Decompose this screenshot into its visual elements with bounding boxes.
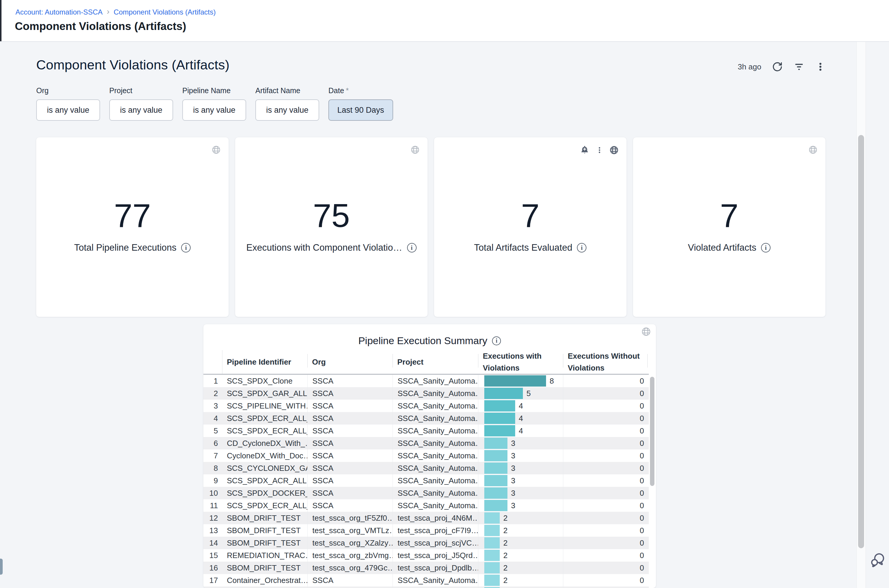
executions-with-violations-cell: 8	[478, 375, 563, 387]
filter-value-dropdown[interactable]: is any value	[36, 99, 100, 121]
project-cell: SSCA_Sanity_Automa…	[393, 387, 478, 400]
pipeline-identifier-cell: SBOM_DRIFT_TEST	[222, 537, 307, 549]
pipeline-identifier-cell: SCS_SPDX_DOCKER_…	[222, 487, 307, 499]
metric-card-2: 7Total Artifacts Evaluatedi	[434, 137, 627, 317]
row-index: 7	[203, 450, 222, 462]
column-header[interactable]: Org	[307, 356, 393, 368]
executions-with-violations-cell: 2	[478, 512, 563, 524]
filter-value-dropdown[interactable]: is any value	[182, 99, 246, 121]
refresh-icon[interactable]	[772, 62, 783, 72]
kebab-menu-icon[interactable]	[815, 61, 826, 72]
executions-with-violations-cell: 3	[478, 499, 563, 512]
column-header[interactable]: Executions Without Violations	[563, 350, 649, 374]
pipeline-identifier-cell: SCS_SPDX_ECR_ALL_…	[222, 412, 307, 424]
violations-bar-value: 8	[550, 375, 554, 387]
table-row[interactable]	[203, 586, 649, 588]
header-divider	[478, 354, 478, 368]
globe-icon[interactable]	[411, 145, 420, 154]
table-row[interactable]: 14SBOM_DRIFT_TESTtest_ssca_org_XZalzy…te…	[203, 537, 649, 549]
row-index: 13	[203, 524, 222, 537]
executions-without-violations-cell: 0	[563, 524, 649, 537]
org-cell: SSCA	[307, 487, 393, 499]
table-row[interactable]: 6CD_CycloneDX_With_…SSCASSCA_Sanity_Auto…	[203, 437, 649, 450]
org-cell: SSCA	[307, 462, 393, 474]
metric-cards: 77Total Pipeline Executionsi75Executions…	[36, 137, 826, 317]
table-row[interactable]: 15REMEDIATION_TRAC…test_ssca_org_zbVmg…t…	[203, 549, 649, 562]
violations-bar-value: 2	[503, 562, 507, 574]
violations-bar	[484, 412, 515, 424]
breadcrumb: Account: Automation-SSCA › Component Vio…	[15, 8, 216, 16]
org-cell	[307, 586, 393, 588]
table-row[interactable]: 4SCS_SPDX_ECR_ALL_…SSCASSCA_Sanity_Autom…	[203, 412, 649, 424]
metric-value: 77	[114, 199, 151, 232]
violations-bar-value: 4	[519, 400, 523, 412]
filter-value-dropdown[interactable]: is any value	[109, 99, 173, 121]
executions-without-violations-cell: 0	[563, 487, 649, 499]
column-header[interactable]: Project	[393, 356, 478, 368]
executions-with-violations-cell: 3	[478, 450, 563, 462]
info-icon[interactable]: i	[577, 243, 587, 252]
table-row[interactable]: 3SCS_PIPELINE_WITH…SSCASSCA_Sanity_Autom…	[203, 400, 649, 412]
project-cell: SSCA_Sanity_Automa…	[393, 450, 478, 462]
org-cell: test_ssca_org_XZalzy…	[307, 537, 393, 549]
table-row[interactable]: 11SCS_SPDX_ECR_ALL_…SSCASSCA_Sanity_Auto…	[203, 499, 649, 512]
row-index: 5	[203, 424, 222, 437]
column-header[interactable]: Executions with Violations	[478, 350, 563, 374]
kebab-menu-icon[interactable]	[596, 145, 603, 155]
org-cell: SSCA	[307, 450, 393, 462]
executions-with-violations-cell: 2	[478, 537, 563, 549]
column-header[interactable]: Pipeline Identifier	[222, 356, 307, 368]
metric-label-row: Violated Artifactsi	[688, 242, 770, 253]
alert-bell-add-icon[interactable]	[580, 145, 590, 155]
violations-bar	[484, 500, 507, 511]
table-row[interactable]: 10SCS_SPDX_DOCKER_…SSCASSCA_Sanity_Autom…	[203, 487, 649, 499]
executions-with-violations-cell: 3	[478, 462, 563, 474]
project-cell: test_ssca_proj_cF7I9…	[393, 524, 478, 537]
org-cell: SSCA	[307, 437, 393, 450]
header-divider	[563, 354, 563, 368]
org-cell: test_ssca_org_479Gc…	[307, 562, 393, 574]
info-icon[interactable]: i	[761, 243, 770, 252]
table-row[interactable]: 17Container_Orchestrat…SSCASSCA_Sanity_A…	[203, 574, 649, 586]
info-icon[interactable]: i	[492, 336, 501, 345]
metric-value: 75	[313, 199, 350, 232]
globe-icon[interactable]	[808, 145, 818, 154]
table-row[interactable]: 16SBOM_DRIFT_TESTtest_ssca_org_479Gc…tes…	[203, 562, 649, 574]
violations-bar-value: 4	[519, 412, 523, 424]
pipeline-identifier-cell: SCS_SPDX_ACR_ALL…	[222, 474, 307, 487]
table-row[interactable]: 13SBOM_DRIFT_TESTtest_ssca_org_VMTLz…tes…	[203, 524, 649, 537]
info-icon[interactable]: i	[407, 243, 417, 252]
breadcrumb-account-link[interactable]: Account: Automation-SSCA	[15, 8, 102, 16]
violations-bar	[484, 462, 507, 474]
page-scrollbar-thumb[interactable]	[858, 135, 864, 548]
globe-icon[interactable]	[211, 145, 221, 154]
chevron-right-icon: ›	[107, 8, 109, 15]
filter-label: Org	[36, 86, 100, 95]
table-row[interactable]: 5SCS_SPDX_ECR_ALL_…SSCASSCA_Sanity_Autom…	[203, 424, 649, 437]
table-row[interactable]: 7CycloneDX_With_Doc…SSCASSCA_Sanity_Auto…	[203, 450, 649, 462]
breadcrumb-current-link[interactable]: Component Violations (Artifacts)	[114, 8, 216, 16]
violations-bar-value: 2	[503, 549, 507, 562]
table-scrollbar-thumb[interactable]	[650, 377, 654, 486]
table-row[interactable]: 12SBOM_DRIFT_TESTtest_ssca_org_tF5Zf0…te…	[203, 512, 649, 524]
info-icon[interactable]: i	[181, 243, 191, 252]
filter-value-dropdown[interactable]: is any value	[255, 99, 319, 121]
table-row[interactable]: 1SCS_SPDX_CloneSSCASSCA_Sanity_Automa…80	[203, 375, 649, 387]
globe-icon[interactable]	[609, 146, 619, 155]
chat-support-icon[interactable]	[869, 551, 886, 568]
violations-bar-value: 3	[511, 437, 515, 450]
table-row[interactable]: 2SCS_SPDX_GAR_ALL…SSCASSCA_Sanity_Automa…	[203, 387, 649, 400]
row-index: 9	[203, 474, 222, 487]
table-row[interactable]: 9SCS_SPDX_ACR_ALL…SSCASSCA_Sanity_Automa…	[203, 474, 649, 487]
side-panel-tab[interactable]	[0, 559, 3, 574]
violations-bar-value: 5	[526, 387, 531, 400]
table-row[interactable]: 8SCS_CYCLONEDX_GA…SSCASSCA_Sanity_Automa…	[203, 462, 649, 474]
org-cell: SSCA	[307, 424, 393, 437]
globe-icon[interactable]	[641, 327, 651, 337]
filter-value-dropdown[interactable]: Last 90 Days	[328, 99, 393, 121]
executions-with-violations-cell: 2	[478, 574, 563, 586]
project-cell: test_ssca_proj_scjVC…	[393, 537, 478, 549]
filter-icon[interactable]	[793, 62, 805, 72]
executions-without-violations-cell	[563, 586, 649, 588]
row-index: 3	[203, 400, 222, 412]
